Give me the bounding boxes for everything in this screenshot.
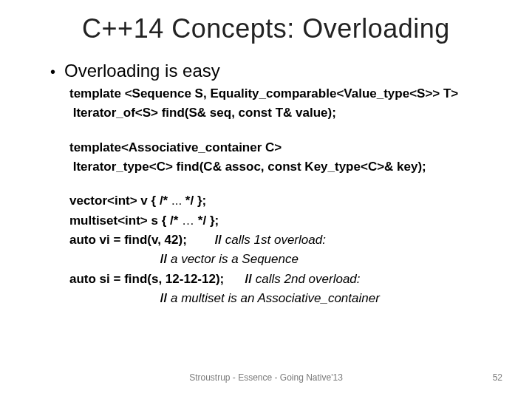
footer-text: Stroustrup - Essence - Going Native'13 [0,372,532,383]
bullet-text: Overloading is easy [64,61,220,81]
code-line: vector<int> v { /* ... */ }; [69,191,495,211]
page-number: 52 [493,372,502,383]
code-line: // a vector is a Sequence [69,250,495,269]
bullet-icon: • [50,64,55,79]
code-line: Iterator_of<S> find(S& seq, const T& val… [69,103,495,123]
code-line: multiset<int> s { /* … */ }; [69,211,495,231]
code-line: auto si = find(s, 12-12-12); // calls 2n… [69,270,495,289]
code-line: template <Sequence S, Equality_comparabl… [69,84,495,103]
bullet-item: • Overloading is easy [50,61,495,81]
code-line: auto vi = find(v, 42); // calls 1st over… [69,231,495,250]
code-line: // a multiset is an Associative_containe… [69,289,495,308]
code-line: template<Associative_container C> [69,138,495,157]
slide: C++14 Concepts: Overloading • Overloadin… [0,0,532,399]
code-block: template <Sequence S, Equality_comparabl… [69,84,495,308]
code-line: Iterator_type<C> find(C& assoc, const Ke… [69,157,495,177]
slide-title: C++14 Concepts: Overloading [37,13,495,44]
